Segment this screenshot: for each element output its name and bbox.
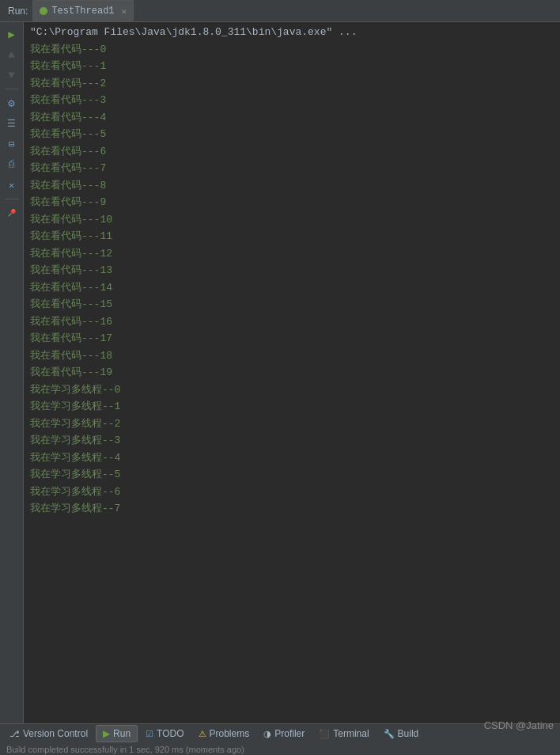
profiler-label: Profiler xyxy=(274,728,305,739)
left-toolbar: ▶ ▲ ▼ ⚙ ☰ ⊟ ⎙ ✕ 📍 xyxy=(0,22,24,723)
output-line: 我在看代码---15 xyxy=(24,296,560,313)
toolbar-divider-1 xyxy=(5,89,19,89)
command-line: "C:\Program Files\Java\jdk1.8.0_311\bin\… xyxy=(24,24,560,41)
output-line: 我在看代码---5 xyxy=(24,126,560,143)
version-control-label: Version Control xyxy=(23,728,88,739)
status-bar: ⎇ Version Control ▶ Run ☑ TODO ⚠ Problem… xyxy=(0,723,560,755)
scroll-down-button: ▼ xyxy=(3,66,21,84)
output-line: 我在看代码---8 xyxy=(24,177,560,195)
status-tab-run[interactable]: ▶ Run xyxy=(96,725,138,742)
output-line: 我在学习多线程--6 xyxy=(24,484,560,501)
filter-button[interactable]: ☰ xyxy=(3,115,21,132)
output-line: 我在学习多线程--1 xyxy=(24,398,560,415)
output-line: 我在看代码---17 xyxy=(24,330,560,347)
print-button[interactable]: ⎙ xyxy=(3,156,21,173)
output-line: 我在学习多线程--7 xyxy=(24,500,560,518)
output-line: 我在看代码---10 xyxy=(24,211,560,229)
status-tab-problems[interactable]: ⚠ Problems xyxy=(192,725,256,742)
tab-name: TestThread1 xyxy=(51,6,114,17)
status-tab-todo[interactable]: ☑ TODO xyxy=(139,725,190,742)
status-tabs: ⎇ Version Control ▶ Run ☑ TODO ⚠ Problem… xyxy=(0,724,560,743)
terminal-icon: ⬛ xyxy=(319,729,330,739)
problems-label: Problems xyxy=(210,728,250,739)
run-label: Run: xyxy=(3,6,32,17)
output-line: 我在学习多线程--5 xyxy=(24,466,560,484)
profiler-icon: ◑ xyxy=(263,729,271,739)
problems-icon: ⚠ xyxy=(199,729,206,739)
output-lines: 我在看代码---0我在看代码---1我在看代码---2我在看代码---3我在看代… xyxy=(24,41,560,518)
settings-button[interactable]: ⚙ xyxy=(3,94,21,112)
output-line: 我在学习多线程--4 xyxy=(24,450,560,467)
build-icon: 🔧 xyxy=(384,729,395,739)
filter2-button[interactable]: ⊟ xyxy=(3,135,21,153)
output-line: 我在看代码---11 xyxy=(24,228,560,245)
build-label: Build xyxy=(398,728,419,739)
terminal-label: Terminal xyxy=(333,728,369,739)
output-line: 我在看代码---14 xyxy=(24,279,560,297)
scroll-up-button: ▲ xyxy=(3,46,21,63)
output-line: 我在看代码---0 xyxy=(24,41,560,59)
status-message: Build completed successfully in 1 sec, 9… xyxy=(0,743,560,755)
status-tab-terminal[interactable]: ⬛ Terminal xyxy=(312,725,375,742)
todo-icon: ☑ xyxy=(146,729,153,739)
play-button[interactable]: ▶ xyxy=(3,25,21,43)
output-line: 我在看代码---4 xyxy=(24,109,560,127)
output-area[interactable]: "C:\Program Files\Java\jdk1.8.0_311\bin\… xyxy=(24,22,560,723)
version-control-icon: ⎇ xyxy=(9,729,20,739)
output-line: 我在学习多线程--0 xyxy=(24,381,560,399)
output-line: 我在看代码---12 xyxy=(24,245,560,263)
output-line: 我在看代码---13 xyxy=(24,262,560,279)
status-tab-build[interactable]: 🔧 Build xyxy=(377,725,426,742)
output-line: 我在学习多线程--3 xyxy=(24,432,560,450)
output-line: 我在看代码---19 xyxy=(24,364,560,381)
output-line: 我在学习多线程--2 xyxy=(24,415,560,433)
output-line: 我在看代码---1 xyxy=(24,58,560,75)
output-line: 我在看代码---16 xyxy=(24,313,560,331)
output-line: 我在看代码---6 xyxy=(24,143,560,161)
status-tab-version-control[interactable]: ⎇ Version Control xyxy=(3,725,94,742)
watermark: CSDN @Jatine xyxy=(484,719,554,731)
output-line: 我在看代码---7 xyxy=(24,160,560,177)
output-line: 我在看代码---18 xyxy=(24,347,560,365)
output-line: 我在看代码---2 xyxy=(24,75,560,93)
main-area: ▶ ▲ ▼ ⚙ ☰ ⊟ ⎙ ✕ 📍 "C:\Program Files\Java… xyxy=(0,22,560,723)
output-line: 我在看代码---3 xyxy=(24,92,560,109)
pin-button[interactable]: 📍 xyxy=(0,200,24,225)
tab-close-button[interactable]: ✕ xyxy=(122,6,127,17)
active-tab[interactable]: TestThread1 ✕ xyxy=(32,0,134,21)
tab-icon xyxy=(40,7,47,15)
delete-button[interactable]: ✕ xyxy=(3,176,21,194)
todo-label: TODO xyxy=(157,728,184,739)
tab-bar: Run: TestThread1 ✕ xyxy=(0,0,560,22)
run-play-icon: ▶ xyxy=(103,728,110,739)
toolbar-divider-2 xyxy=(5,199,19,199)
output-line: 我在看代码---9 xyxy=(24,194,560,211)
status-tab-profiler[interactable]: ◑ Profiler xyxy=(257,725,311,742)
run-tab-label: Run xyxy=(113,728,131,739)
